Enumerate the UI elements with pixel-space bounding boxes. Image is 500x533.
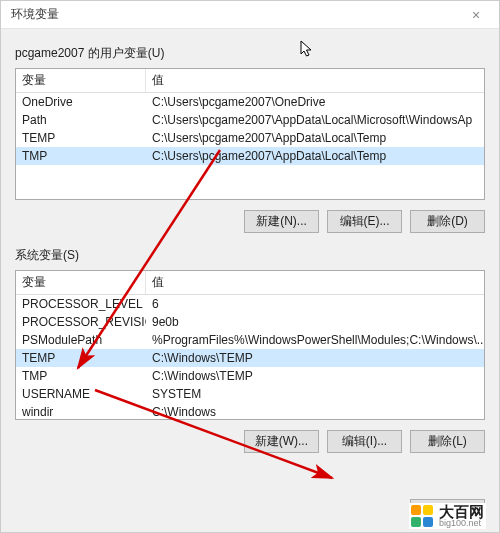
table-row[interactable]: OneDriveC:\Users\pcgame2007\OneDrive bbox=[16, 93, 484, 111]
var-value-cell: C:\Users\pcgame2007\AppData\Local\Micros… bbox=[146, 112, 484, 128]
var-value-cell: SYSTEM bbox=[146, 386, 484, 402]
env-vars-dialog: 环境变量 × pcgame2007 的用户变量(U) 变量 值 OneDrive… bbox=[0, 0, 500, 533]
system-edit-button[interactable]: 编辑(I)... bbox=[327, 430, 402, 453]
user-vars-list[interactable]: 变量 值 OneDriveC:\Users\pcgame2007\OneDriv… bbox=[15, 68, 485, 200]
system-vars-label: 系统变量(S) bbox=[15, 247, 485, 264]
col-header-name[interactable]: 变量 bbox=[16, 271, 146, 294]
table-row[interactable]: USERNAMESYSTEM bbox=[16, 385, 484, 403]
user-vars-label: pcgame2007 的用户变量(U) bbox=[15, 45, 485, 62]
var-value-cell: %ProgramFiles%\WindowsPowerShell\Modules… bbox=[146, 332, 484, 348]
table-row[interactable]: PROCESSOR_REVISION9e0b bbox=[16, 313, 484, 331]
var-name-cell: windir bbox=[16, 404, 146, 420]
table-row[interactable]: TMPC:\Windows\TEMP bbox=[16, 367, 484, 385]
var-name-cell: OneDrive bbox=[16, 94, 146, 110]
var-value-cell: C:\Windows\TEMP bbox=[146, 368, 484, 384]
table-row[interactable]: TMPC:\Users\pcgame2007\AppData\Local\Tem… bbox=[16, 147, 484, 165]
system-button-row: 新建(W)... 编辑(I)... 删除(L) bbox=[15, 430, 485, 453]
table-row[interactable]: PathC:\Users\pcgame2007\AppData\Local\Mi… bbox=[16, 111, 484, 129]
table-row[interactable]: TEMPC:\Windows\TEMP bbox=[16, 349, 484, 367]
var-name-cell: PSModulePath bbox=[16, 332, 146, 348]
system-new-button[interactable]: 新建(W)... bbox=[244, 430, 319, 453]
table-row[interactable]: TEMPC:\Users\pcgame2007\AppData\Local\Te… bbox=[16, 129, 484, 147]
var-value-cell: C:\Windows\TEMP bbox=[146, 350, 484, 366]
col-header-name[interactable]: 变量 bbox=[16, 69, 146, 92]
table-row[interactable]: PROCESSOR_LEVEL6 bbox=[16, 295, 484, 313]
close-icon[interactable]: × bbox=[461, 7, 491, 23]
var-name-cell: Path bbox=[16, 112, 146, 128]
user-new-button[interactable]: 新建(N)... bbox=[244, 210, 319, 233]
var-value-cell: C:\Users\pcgame2007\OneDrive bbox=[146, 94, 484, 110]
var-value-cell: C:\Windows bbox=[146, 404, 484, 420]
var-value-cell: 6 bbox=[146, 296, 484, 312]
var-value-cell: 9e0b bbox=[146, 314, 484, 330]
user-button-row: 新建(N)... 编辑(E)... 删除(D) bbox=[15, 210, 485, 233]
ok-button[interactable]: 确 bbox=[410, 499, 485, 522]
var-name-cell: USERNAME bbox=[16, 386, 146, 402]
system-vars-list[interactable]: 变量 值 PROCESSOR_LEVEL6PROCESSOR_REVISION9… bbox=[15, 270, 485, 420]
table-row[interactable]: windirC:\Windows bbox=[16, 403, 484, 421]
system-vars-header: 变量 值 bbox=[16, 271, 484, 295]
system-delete-button[interactable]: 删除(L) bbox=[410, 430, 485, 453]
var-value-cell: C:\Users\pcgame2007\AppData\Local\Temp bbox=[146, 148, 484, 164]
var-name-cell: TEMP bbox=[16, 350, 146, 366]
col-header-value[interactable]: 值 bbox=[146, 271, 484, 294]
col-header-value[interactable]: 值 bbox=[146, 69, 484, 92]
user-delete-button[interactable]: 删除(D) bbox=[410, 210, 485, 233]
user-vars-header: 变量 值 bbox=[16, 69, 484, 93]
user-edit-button[interactable]: 编辑(E)... bbox=[327, 210, 402, 233]
table-row[interactable]: PSModulePath%ProgramFiles%\WindowsPowerS… bbox=[16, 331, 484, 349]
var-name-cell: TMP bbox=[16, 368, 146, 384]
titlebar: 环境变量 × bbox=[1, 1, 499, 29]
var-value-cell: C:\Users\pcgame2007\AppData\Local\Temp bbox=[146, 130, 484, 146]
var-name-cell: TMP bbox=[16, 148, 146, 164]
dialog-footer: 确 bbox=[410, 499, 485, 522]
dialog-body: pcgame2007 的用户变量(U) 变量 值 OneDriveC:\User… bbox=[1, 29, 499, 477]
window-title: 环境变量 bbox=[11, 6, 59, 23]
var-name-cell: PROCESSOR_LEVEL bbox=[16, 296, 146, 312]
var-name-cell: PROCESSOR_REVISION bbox=[16, 314, 146, 330]
var-name-cell: TEMP bbox=[16, 130, 146, 146]
